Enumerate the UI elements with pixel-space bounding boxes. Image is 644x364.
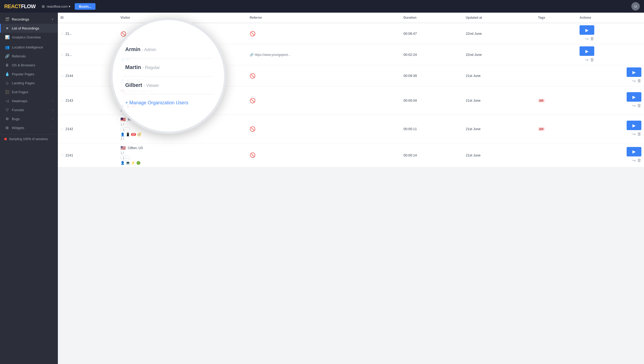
col-referrer: Referrer xyxy=(247,13,401,23)
sidebar-footer: Sampling 100% of sessions. xyxy=(0,134,58,144)
row-actions: ▶ ↪ 🗑 xyxy=(577,115,644,143)
user-role-gilbert: - Viewer xyxy=(144,83,159,88)
recordings-arrow-icon: ▾ xyxy=(52,18,53,21)
sidebar-item-exit-pages[interactable]: ⬛ Exit Pages xyxy=(0,87,58,96)
table-row: ☆ 2141 🇺🇸 Clifton, US xyxy=(58,143,644,167)
flag-icon: 🇺🇸 xyxy=(120,145,126,150)
sidebar-item-recordings[interactable]: 🎬 Recordings ▾ xyxy=(0,15,58,24)
delete-icon[interactable]: 🗑 xyxy=(590,57,594,62)
share-icon[interactable]: ↪ xyxy=(632,158,636,163)
sidebar-item-landing-pages[interactable]: ◇ Landing Pages xyxy=(0,78,58,87)
funnels-arrow-icon: ‹ xyxy=(52,108,53,111)
share-icon[interactable]: ↪ xyxy=(585,57,588,62)
share-icon[interactable]: ↪ xyxy=(632,78,636,83)
dropdown-user-armin[interactable]: Armin - Admin xyxy=(113,42,224,57)
star-icon[interactable]: ☆ xyxy=(61,99,64,103)
site-arrow-icon: ▾ xyxy=(69,4,71,8)
site-icon: ⊞ xyxy=(42,4,45,8)
col-tags: Tags xyxy=(535,13,577,23)
delete-icon[interactable]: 🗑 xyxy=(590,36,594,41)
recordings-icon: 🎬 xyxy=(5,17,9,21)
sidebar-item-analytics-overview[interactable]: 📊 Analytics Overview xyxy=(0,33,58,42)
row-referrer: 🚫 xyxy=(247,23,401,44)
main-content: ID Visitor Referrer Duration Updated at … xyxy=(58,13,644,364)
star-icon[interactable]: ☆ xyxy=(61,127,64,131)
row-actions: ▶ ↪ 🗑 xyxy=(577,23,644,44)
main-layout: 🎬 Recordings ▾ ≡ List of Recordings 📊 An… xyxy=(0,13,644,364)
analytics-label: Analytics Overview xyxy=(12,35,53,39)
row-updated: 21st June xyxy=(463,143,535,167)
play-button[interactable]: ▶ xyxy=(580,25,594,35)
star-icon[interactable]: ☆ xyxy=(61,74,64,78)
star-icon[interactable]: ☆ xyxy=(61,153,64,157)
row-id-value: 2142 xyxy=(66,127,73,131)
row-referrer: 🚫 xyxy=(247,65,401,86)
dropdown-user-martin[interactable]: Martin - Regular xyxy=(113,60,224,75)
sidebar-item-referrals[interactable]: 🔗 Referrals xyxy=(0,52,58,61)
topnav: REACT FLOW ⊞ reactflow.com ▾ Busin... U xyxy=(0,0,644,13)
site-selector[interactable]: ⊞ reactflow.com ▾ xyxy=(42,4,72,8)
share-icon[interactable]: ↪ xyxy=(632,132,636,137)
row-duration: 00:00:14 xyxy=(401,143,463,167)
browser-safari-icon: 🧭 xyxy=(137,132,141,136)
exit-icon: ⬛ xyxy=(5,90,9,94)
sidebar-item-bugs[interactable]: ⚙ Bugs ‹ xyxy=(0,114,58,123)
blocked-icon: 🚫 xyxy=(120,31,126,37)
user-role-martin: - Regular xyxy=(143,65,160,70)
play-button[interactable]: ▶ xyxy=(580,46,594,56)
actions-wrap: ▶ ↪ 🗑 xyxy=(580,46,641,63)
share-icon[interactable]: ↪ xyxy=(632,103,636,108)
delete-icon[interactable]: 🗑 xyxy=(637,103,641,108)
delete-icon[interactable]: 🗑 xyxy=(637,78,641,83)
row-updated: 22nd June xyxy=(463,44,535,65)
list-icon: ≡ xyxy=(5,26,9,30)
star-icon[interactable]: ☆ xyxy=(61,32,64,36)
sidebar-item-popular-pages[interactable]: 💧 Popular Pages xyxy=(0,70,58,78)
avatar[interactable]: U xyxy=(631,2,640,11)
row-updated: 21st June xyxy=(463,86,535,115)
play-button[interactable]: ▶ xyxy=(627,147,641,156)
play-button[interactable]: ▶ xyxy=(627,67,641,77)
divider-1 xyxy=(124,58,213,58)
row-updated: 22nd June xyxy=(463,23,535,44)
play-button[interactable]: ▶ xyxy=(627,121,641,130)
row-referrer: 🚫 xyxy=(247,115,401,143)
delete-icon[interactable]: 🗑 xyxy=(637,158,641,163)
play-button[interactable]: ▶ xyxy=(627,92,641,102)
user-dropdown[interactable]: Armin - Admin Martin - Regular Gilbert -… xyxy=(110,18,226,134)
popular-pages-label: Popular Pages xyxy=(12,72,53,76)
list-recordings-label: List of Recordings xyxy=(12,26,53,30)
enter-path: ⤵ / xyxy=(120,151,124,155)
page-count-pill[interactable]: 1 ··· xyxy=(120,156,130,160)
sidebar-item-widgets[interactable]: ⊞ Widgets ‹ xyxy=(0,123,58,132)
sidebar-item-location[interactable]: 👥 Location Intelligence xyxy=(0,43,58,52)
row-id-value: 2143 xyxy=(66,99,73,102)
col-duration: Duration xyxy=(401,13,463,23)
row-updated: 21st June xyxy=(463,65,535,86)
sidebar-item-funnels[interactable]: ▽ Funnels ‹ xyxy=(0,105,58,114)
sidebar-item-list-of-recordings[interactable]: ≡ List of Recordings xyxy=(0,24,58,33)
page-count-pill[interactable]: 1 ··· xyxy=(120,127,130,132)
device-icons: 👤 💻 ⚡ 🟢 xyxy=(120,161,245,165)
user-name-martin: Martin xyxy=(125,64,141,70)
user-name-gilbert: Gilbert xyxy=(125,82,142,88)
sampling-text: Sampling 100% of sessions. xyxy=(9,137,49,141)
row-tags: ER xyxy=(535,115,577,143)
landing-label: Landing Pages xyxy=(12,81,53,85)
row-tags xyxy=(535,23,577,44)
widgets-arrow-icon: ‹ xyxy=(52,126,53,129)
share-icon[interactable]: ↪ xyxy=(585,36,588,41)
col-id: ID xyxy=(58,13,118,23)
manage-users-link[interactable]: + Manage Organization Users xyxy=(113,95,224,110)
delete-icon[interactable]: 🗑 xyxy=(637,132,641,137)
row-actions: ▶ ↪ 🗑 xyxy=(577,86,644,115)
sidebar-item-heatmaps[interactable]: ◁ Heatmaps ‹ xyxy=(0,96,58,105)
star-icon[interactable]: ☆ xyxy=(61,53,64,57)
referrer-blocked-icon: 🚫 xyxy=(250,126,255,132)
bugs-arrow-icon: ‹ xyxy=(52,117,53,120)
user-icon: 👤 xyxy=(120,132,125,136)
sidebar-item-os-browsers[interactable]: 🖥 OS & Browsers xyxy=(0,61,58,70)
row-id-value: 21... xyxy=(66,53,72,57)
dropdown-user-gilbert[interactable]: Gilbert - Viewer xyxy=(113,77,224,93)
plan-business-button[interactable]: Busin... xyxy=(75,3,95,10)
